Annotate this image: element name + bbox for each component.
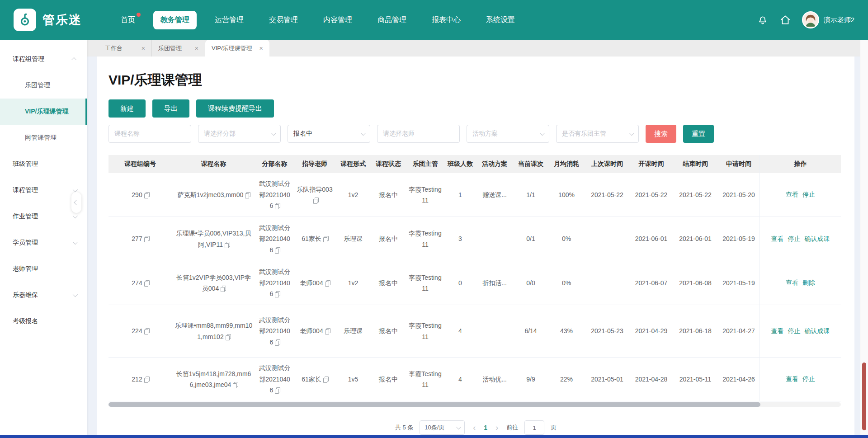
home-icon[interactable] xyxy=(779,14,791,26)
copy-icon[interactable] xyxy=(275,339,279,345)
sidebar-item-instrument-maintenance[interactable]: 乐器维保 xyxy=(0,282,87,308)
vertical-scrollbar[interactable] xyxy=(860,40,868,435)
close-icon[interactable]: × xyxy=(195,45,198,52)
course-status-select[interactable]: 报名中 xyxy=(288,125,370,143)
row-actions: 查看停止确认成课 xyxy=(760,305,841,358)
action-view[interactable]: 查看 xyxy=(771,327,784,335)
action-confirm-class[interactable]: 确认成课 xyxy=(805,235,830,243)
sidebar-item-vip-music-theory[interactable]: VIP/乐理课管理 xyxy=(0,99,87,125)
page-size-select[interactable]: 10条/页 xyxy=(420,420,465,435)
copy-icon[interactable] xyxy=(325,328,330,334)
vertical-scrollbar-thumb[interactable] xyxy=(862,363,866,430)
action-stop[interactable]: 停止 xyxy=(788,235,801,243)
copy-icon[interactable] xyxy=(233,382,237,387)
action-stop[interactable]: 停止 xyxy=(802,375,815,383)
action-stop[interactable]: 停止 xyxy=(802,191,815,199)
reset-button[interactable]: 重置 xyxy=(683,125,714,143)
branch-select[interactable]: 请选择分部 xyxy=(198,125,281,143)
action-confirm-class[interactable]: 确认成课 xyxy=(805,327,830,335)
goto-label: 前往 xyxy=(506,424,518,432)
sidebar-collapse-handle[interactable] xyxy=(71,192,81,213)
copy-icon[interactable] xyxy=(245,192,250,198)
copy-icon[interactable] xyxy=(144,236,149,241)
cell-class-size: 4 xyxy=(444,324,476,339)
action-delete[interactable]: 删除 xyxy=(802,279,815,287)
cell-end-time: 2021-06-08 xyxy=(673,276,718,291)
action-view[interactable]: 查看 xyxy=(786,279,798,287)
sidebar-item-student[interactable]: 学员管理 xyxy=(0,230,87,256)
horizontal-scrollbar-thumb[interactable] xyxy=(108,402,760,407)
copy-icon[interactable] xyxy=(225,242,229,247)
copy-icon[interactable] xyxy=(313,198,318,203)
teacher-input[interactable]: 请选择老师 xyxy=(377,125,460,143)
cell-text: 224 xyxy=(132,327,142,334)
course-name-input[interactable]: 课程名称 xyxy=(108,125,191,143)
export-button[interactable]: 导出 xyxy=(152,99,189,118)
tab-vip-music-theory[interactable]: VIP/乐理课管理× xyxy=(205,40,269,57)
cell-text: 100% xyxy=(558,191,575,198)
has-orchestra-leader-select[interactable]: 是否有乐团主管 xyxy=(556,125,639,143)
table-row: 224乐理课•mm88,mm99,mm101,mm102武汉测试分部202104… xyxy=(108,305,760,358)
cell-teacher: 61家长 xyxy=(294,231,335,246)
cell-branch-name: 武汉测试分部20210406 xyxy=(255,361,294,398)
sidebar-item-class[interactable]: 班级管理 xyxy=(0,151,87,177)
action-view[interactable]: 查看 xyxy=(786,191,798,199)
copy-icon[interactable] xyxy=(275,291,279,297)
close-icon[interactable]: × xyxy=(142,45,145,52)
cell-course-status: 报名中 xyxy=(371,372,406,387)
copy-icon[interactable] xyxy=(144,328,149,334)
next-page-button[interactable]: › xyxy=(494,423,500,433)
renew-reminder-export-button[interactable]: 课程续费提醒导出 xyxy=(196,99,274,118)
bell-icon[interactable] xyxy=(757,14,769,26)
nav-item-system-settings[interactable]: 系统设置 xyxy=(479,11,522,29)
action-stop[interactable]: 停止 xyxy=(788,327,801,335)
tab-workbench[interactable]: 工作台× xyxy=(99,40,152,57)
app-brand[interactable]: 管乐迷 xyxy=(14,9,82,31)
nav-item-content[interactable]: 内容管理 xyxy=(316,11,359,29)
sidebar-item-exam-signup[interactable]: 考级报名 xyxy=(0,308,87,334)
cell-text: 1v2 xyxy=(348,191,359,198)
pagination: 共 5 条 10条/页 ‹ 1 › 前往 页 xyxy=(108,420,843,435)
search-button[interactable]: 搜索 xyxy=(646,125,676,143)
copy-icon[interactable] xyxy=(323,377,328,382)
copy-icon[interactable] xyxy=(144,280,149,286)
sidebar-item-orchestra[interactable]: 乐团管理 xyxy=(0,72,87,99)
cell-text: 2021-06-18 xyxy=(679,327,712,334)
horizontal-scrollbar[interactable] xyxy=(108,402,841,407)
nav-item-edu-admin[interactable]: 教务管理 xyxy=(153,11,197,29)
cell-text: 李霞Testing11 xyxy=(409,274,441,292)
nav-item-home[interactable]: 首页 xyxy=(113,11,142,29)
sidebar-item-course-group[interactable]: 课程组管理 xyxy=(0,46,87,72)
nav-item-goods[interactable]: 商品管理 xyxy=(370,11,414,29)
copy-icon[interactable] xyxy=(275,203,279,208)
copy-icon[interactable] xyxy=(275,387,279,393)
copy-icon[interactable] xyxy=(221,286,225,291)
sidebar-item-online-class[interactable]: 网管课管理 xyxy=(0,125,87,151)
copy-icon[interactable] xyxy=(323,236,328,241)
cell-text: 0% xyxy=(562,235,571,242)
page-number-1[interactable]: 1 xyxy=(484,424,487,431)
copy-icon[interactable] xyxy=(325,280,330,286)
sidebar-item-label: 网管课管理 xyxy=(25,134,57,142)
tab-orchestra[interactable]: 乐团管理× xyxy=(152,40,205,57)
prev-page-button[interactable]: ‹ xyxy=(471,423,477,433)
nav-item-trade[interactable]: 交易管理 xyxy=(262,11,305,29)
user-menu[interactable]: 演示老师2 xyxy=(802,11,854,28)
nav-item-report-center[interactable]: 报表中心 xyxy=(425,11,468,29)
cell-text: 李霞Testing11 xyxy=(409,370,441,389)
copy-icon[interactable] xyxy=(144,377,149,382)
activity-plan-select[interactable]: 活动方案 xyxy=(467,125,549,143)
cell-text: 李霞Testing11 xyxy=(409,230,441,248)
close-icon[interactable]: × xyxy=(259,45,263,52)
copy-icon[interactable] xyxy=(226,334,230,339)
action-view[interactable]: 查看 xyxy=(786,375,798,383)
sidebar-item-label: 老师管理 xyxy=(13,265,38,273)
create-button[interactable]: 新建 xyxy=(108,99,146,118)
sidebar-item-teacher[interactable]: 老师管理 xyxy=(0,256,87,282)
sidebar-item-label: 乐团管理 xyxy=(25,81,50,89)
nav-item-operation[interactable]: 运营管理 xyxy=(208,11,251,29)
action-view[interactable]: 查看 xyxy=(771,235,784,243)
copy-icon[interactable] xyxy=(144,192,149,198)
copy-icon[interactable] xyxy=(275,247,279,253)
goto-page-input[interactable] xyxy=(524,420,544,435)
